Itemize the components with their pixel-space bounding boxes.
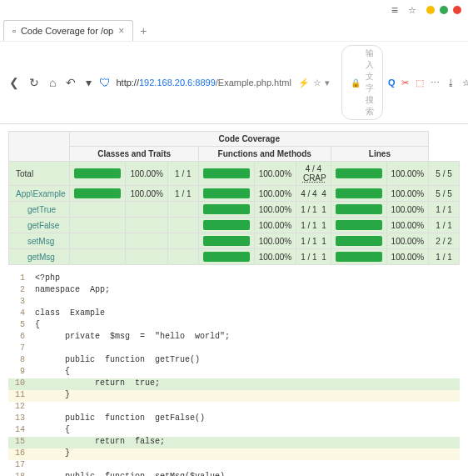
fn-pct: 100.00% <box>254 202 296 218</box>
coverage-bar <box>74 188 121 198</box>
ln-pct: 100.00% <box>386 202 428 218</box>
coverage-name-link[interactable]: getFalse <box>16 221 59 230</box>
maximize-button[interactable] <box>440 6 448 14</box>
back-button[interactable]: ❮ <box>7 74 22 91</box>
minimize-button[interactable] <box>426 6 435 14</box>
line-code <box>32 343 460 355</box>
coverage-row: App\Example100.00%1 / 1100.00%4 / 4 4100… <box>9 186 460 202</box>
extension-icon[interactable]: ⬚ <box>416 78 424 88</box>
coverage-bar <box>336 252 382 262</box>
undo-button[interactable]: ↶ <box>63 74 78 91</box>
shield-icon[interactable]: 🛡 <box>99 76 111 89</box>
code-line: 11 } <box>8 390 460 402</box>
code-line: 5{ <box>8 320 460 332</box>
url-host: 192.168.20.6:8899 <box>139 78 216 88</box>
coverage-row: getFalse100.00%1 / 1 1100.00%1 / 1 <box>9 218 460 233</box>
row-name: getMsg <box>9 249 70 265</box>
lock-icon: 🔒 <box>351 78 361 88</box>
line-code: } <box>32 448 460 460</box>
ln-pct: 100.00% <box>386 186 428 202</box>
code-line: 9 { <box>8 367 460 378</box>
line-number: 9 <box>8 367 32 378</box>
window-controls: ≡ ☆ <box>0 0 468 20</box>
scissors-icon[interactable]: ✂ <box>401 78 409 88</box>
menu-icon[interactable]: ≡ <box>391 3 398 17</box>
bookmark-star-icon[interactable]: ☆ <box>462 78 468 88</box>
code-line: 15 return false; <box>8 437 460 448</box>
tab-bar: ▫ Code Coverage for /op × + <box>0 20 468 41</box>
home-button[interactable]: ⌂ <box>47 74 58 91</box>
coverage-bar <box>336 168 382 178</box>
bookmark-icon[interactable]: ☆ <box>408 5 416 16</box>
cls-pct <box>126 249 167 265</box>
toolbar: ❮ ↻ ⌂ ↶ ▾ 🛡 http://192.168.20.6:8899/Exa… <box>0 41 468 123</box>
line-code: class Example <box>32 308 460 320</box>
ln-frac: 5 / 5 <box>429 162 460 186</box>
coverage-bar <box>74 168 121 178</box>
coverage-bar <box>203 204 250 214</box>
page-icon: ▫ <box>12 26 16 36</box>
star-icon[interactable]: ☆ <box>313 78 321 88</box>
line-code: <?php <box>32 273 460 285</box>
coverage-bar <box>336 188 382 198</box>
ln-pct: 100.00% <box>386 233 428 249</box>
fn-frac: 1 / 1 1 <box>296 202 331 218</box>
url-bar[interactable]: http://192.168.20.6:8899/Example.php.htm… <box>116 78 329 88</box>
line-number: 7 <box>8 343 32 355</box>
fn-frac: 4 / 4 4 <box>296 186 331 202</box>
fn-pct: 100.00% <box>254 233 296 249</box>
cls-frac <box>167 202 198 218</box>
cls-frac: 1 / 1 <box>167 186 198 202</box>
ln-pct: 100.00% <box>386 162 428 186</box>
ln-pct: 100.00% <box>386 218 428 233</box>
cls-pct <box>126 218 167 233</box>
coverage-name-link[interactable]: setMsg <box>16 237 54 246</box>
line-code: return true; <box>32 378 460 390</box>
coverage-bar <box>203 168 250 178</box>
code-line: 16 } <box>8 448 460 460</box>
tab-title: Code Coverage for /op <box>21 26 113 36</box>
row-name: getTrue <box>9 202 70 218</box>
coverage-name-link[interactable]: getMsg <box>16 253 55 262</box>
line-code: namespace App; <box>32 285 460 297</box>
code-line: 10 return true; <box>8 378 460 390</box>
coverage-row: getTrue100.00%1 / 1 1100.00%1 / 1 <box>9 202 460 218</box>
search-icon[interactable]: Q <box>388 78 396 88</box>
ln-frac: 1 / 1 <box>429 249 460 265</box>
cls-frac <box>167 249 198 265</box>
flash-icon[interactable]: ⚡ <box>298 78 310 88</box>
row-name: Total <box>9 162 70 186</box>
code-line: 14 { <box>8 425 460 437</box>
search-input[interactable]: 🔒 输入文字搜索 <box>341 45 383 120</box>
ln-pct: 100.00% <box>386 249 428 265</box>
coverage-name-link[interactable]: App\Example <box>16 189 65 198</box>
line-code <box>32 460 460 472</box>
coverage-name-link[interactable]: getTrue <box>16 205 56 214</box>
ln-frac: 2 / 2 <box>429 233 460 249</box>
close-tab-icon[interactable]: × <box>118 25 124 37</box>
fn-frac: 1 / 1 1 <box>296 249 331 265</box>
fn-frac: 1 / 1 1 <box>296 233 331 249</box>
code-line: 4class Example <box>8 308 460 320</box>
col-name-header <box>9 132 70 162</box>
coverage-bar <box>203 236 250 246</box>
code-line: 1<?php <box>8 273 460 285</box>
reload-button[interactable]: ↻ <box>27 74 42 91</box>
download-icon[interactable]: ⭳ <box>446 78 456 88</box>
close-window-button[interactable] <box>453 6 461 14</box>
line-code: } <box>32 390 460 402</box>
line-code: public function getFalse() <box>32 413 460 425</box>
new-tab-button[interactable]: + <box>133 21 153 41</box>
line-number: 13 <box>8 413 32 425</box>
row-name: App\Example <box>9 186 70 202</box>
right-tools: Q ✂ ⬚ ⋯ ⭳ ☆ <box>388 78 468 88</box>
browser-tab[interactable]: ▫ Code Coverage for /op × <box>3 20 133 41</box>
code-line: 18 public function setMsg($value) <box>8 472 460 476</box>
col-lines-header: Lines <box>331 147 428 162</box>
chevron-down-icon[interactable]: ▾ <box>325 78 330 88</box>
search-placeholder: 输入文字搜索 <box>366 48 374 118</box>
dropdown-icon[interactable]: ▾ <box>83 74 94 91</box>
fn-pct: 100.00% <box>254 249 296 265</box>
line-number: 2 <box>8 285 32 297</box>
more-icon[interactable]: ⋯ <box>431 78 440 88</box>
